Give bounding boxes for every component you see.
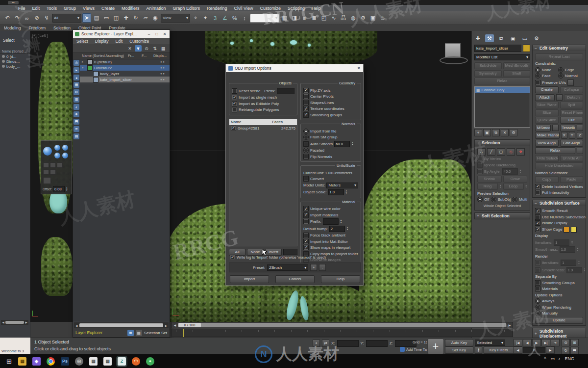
scene-explorer-titlebar[interactable]: Scene Explorer - Layer Expl... – □ ✕ — [73, 30, 170, 38]
split-button[interactable]: Split — [560, 102, 584, 108]
spinner[interactable]: ▲▼ — [578, 261, 580, 265]
go-start-icon[interactable]: |◀ — [514, 339, 522, 346]
select-rotate-icon[interactable]: ↻ — [131, 13, 140, 23]
zoom-icon[interactable]: ⊙ — [562, 339, 570, 346]
menu-rendering[interactable]: Rendering — [203, 6, 231, 11]
make-unique-icon[interactable]: ⧉ — [492, 129, 500, 136]
document-icon-2[interactable]: ▤ — [103, 357, 112, 366]
time-slider-left-arrow[interactable]: ◀ — [172, 323, 178, 327]
palette-grid-button[interactable] — [43, 177, 51, 184]
explorer-tool-icon[interactable]: ● — [74, 75, 79, 80]
name-column-header[interactable]: Name (Sorted Ascending) — [82, 53, 124, 58]
explorer-menu-customize[interactable]: Customize — [126, 39, 152, 44]
column-header[interactable]: Fr... — [128, 53, 134, 58]
menu-help[interactable]: Help — [308, 6, 324, 11]
explorer-tool-icon[interactable]: ◐ — [74, 104, 79, 110]
object-name-field[interactable]: kate_import_slicer — [474, 45, 521, 52]
unique-wire-color-checkbox[interactable] — [303, 206, 309, 211]
track-bar[interactable] — [172, 329, 513, 337]
radio-button[interactable] — [558, 67, 564, 73]
soft-selection-rollout-header[interactable]: +Soft Selection — [475, 213, 530, 219]
docked-list-item[interactable]: body_... — [0, 64, 30, 69]
prefix-checkbox[interactable] — [303, 219, 309, 224]
explorer-tool-icon[interactable]: ⬒ — [74, 119, 79, 125]
palette-button[interactable] — [43, 169, 49, 175]
spinner[interactable]: ▲▼ — [351, 142, 353, 146]
slice-plane-button[interactable]: Slice Plane — [535, 102, 559, 108]
update-button[interactable]: Update — [535, 317, 583, 324]
make-planar-button[interactable]: Make Planar — [535, 132, 560, 139]
attach-button[interactable]: Attach — [535, 94, 555, 101]
select-scale-icon[interactable]: ▱ — [141, 13, 150, 23]
radio-button[interactable] — [535, 67, 540, 73]
explorer-menu-display[interactable]: Display — [92, 39, 112, 44]
columns-icon[interactable]: ▦ — [160, 45, 167, 52]
purple-app-icon[interactable]: ◈ — [32, 357, 41, 366]
viewcube-compass[interactable] — [440, 56, 468, 64]
firefox-icon[interactable]: ◠ — [132, 357, 140, 366]
menu-tools[interactable]: Tools — [43, 6, 60, 11]
border-icon[interactable]: ▢ — [497, 148, 505, 156]
import-as-single-mesh-checkbox[interactable] — [232, 95, 237, 100]
full-interactivity-checkbox[interactable] — [535, 190, 540, 195]
tree-row-body-layer[interactable]: body_layer● ● — [80, 71, 170, 77]
dialog-titlebar[interactable]: OBJ Import Options ✕ — [226, 64, 363, 72]
layer-explorer-tab[interactable]: Layer Explorer — [75, 330, 102, 335]
mirror-icon[interactable]: ◨ — [290, 13, 299, 23]
import-object-table[interactable]: Name Faces Group42581 242,575 — [229, 119, 297, 246]
quickslice-button[interactable]: QuickSlice — [535, 117, 559, 124]
value-field[interactable]: 1 — [554, 239, 569, 246]
write-log-checkbox[interactable] — [230, 255, 235, 260]
ribbon-tab-freeform[interactable]: Freeform — [25, 26, 49, 30]
tree-row-0-default[interactable]: ▸0 (default)● ● — [80, 59, 170, 65]
create-button[interactable]: Create — [535, 86, 559, 93]
y-button[interactable]: Y — [569, 132, 575, 139]
modify-tab[interactable]: ⚒ — [485, 34, 494, 42]
unhide-all-button[interactable]: Unhide All — [560, 155, 584, 162]
render-setup-icon[interactable]: ⚙ — [359, 13, 368, 23]
delete-isolated-vertices-checkbox[interactable] — [535, 184, 540, 189]
undo-icon[interactable]: ↶ — [3, 13, 12, 23]
material-editor-icon[interactable]: ◍ — [349, 13, 358, 23]
docked-name-header[interactable]: Name (Sorted .. — [0, 50, 30, 54]
smooth-result-checkbox[interactable] — [535, 208, 540, 213]
spinner[interactable]: ▲▼ — [571, 240, 573, 245]
flip-normals-checkbox[interactable] — [303, 154, 309, 159]
explorer-menu-select[interactable]: Select — [73, 39, 92, 44]
display-tray-icon[interactable]: ▭ — [550, 356, 555, 361]
name-header[interactable]: Name — [231, 120, 241, 124]
sphere-icon[interactable] — [62, 145, 68, 151]
coord-field-y[interactable] — [366, 340, 388, 347]
copy-button[interactable]: Copy — [535, 176, 559, 183]
expand-icon[interactable]: ▾ — [82, 66, 86, 70]
import-materials-checkbox[interactable] — [303, 212, 309, 218]
sphere-icon[interactable] — [54, 153, 60, 158]
paste-button[interactable]: Paste — [560, 176, 584, 183]
key-filters-button[interactable]: Key Filters... — [484, 346, 517, 354]
loop-button[interactable]: Loop — [503, 183, 524, 190]
column-header[interactable]: Displa... — [153, 53, 167, 58]
lock-icon[interactable]: ⊙ — [143, 45, 150, 52]
green-app-icon[interactable]: ● — [146, 357, 154, 366]
plus-button[interactable]: + — [427, 339, 444, 354]
delete-preset-icon[interactable]: - — [319, 264, 326, 271]
tree-row-dinosaur2[interactable]: ▾Dinosaur2● ● — [80, 65, 170, 71]
utilities-tab[interactable]: ⚙ — [532, 34, 541, 42]
display-tab[interactable]: ▭ — [520, 34, 529, 42]
snap-toggle-icon[interactable]: 3 — [211, 13, 220, 23]
photoshop-icon[interactable]: Ps — [61, 357, 69, 366]
table-row[interactable]: Group42581 242,575 — [229, 125, 297, 131]
docked-scrollbar[interactable]: ◀▶ — [1, 320, 28, 325]
settings-box[interactable] — [567, 79, 574, 86]
zbrush-doc-icon[interactable]: Z — [118, 357, 126, 366]
go-end-icon[interactable]: ⇥ — [551, 339, 560, 346]
palette-button[interactable] — [50, 162, 56, 168]
materials-checkbox[interactable] — [535, 286, 540, 291]
menu-file[interactable]: File — [15, 6, 29, 11]
menu-animation[interactable]: Animation — [143, 6, 169, 11]
next-key-icon[interactable]: ▶ — [546, 346, 555, 354]
settings-box[interactable] — [577, 125, 583, 131]
clear-filter-icon[interactable]: ✕ — [126, 45, 133, 52]
ribbon-tab-modeling[interactable]: Modeling — [0, 26, 25, 30]
sphere-icon-large[interactable] — [43, 147, 52, 156]
